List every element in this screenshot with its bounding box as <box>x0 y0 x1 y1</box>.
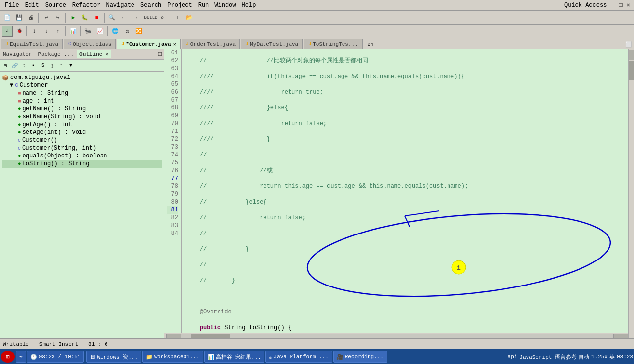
ant-btn[interactable]: 🐜 <box>83 26 94 37</box>
tab-objectclass[interactable]: C Object.class <box>64 39 116 49</box>
step-into-btn[interactable]: ↓ <box>41 26 52 37</box>
maximize-editor-btn[interactable]: ⬜ <box>623 40 634 49</box>
panel-tab-outline[interactable]: Outline ✕ <box>77 50 111 58</box>
menu-window[interactable]: Window <box>211 1 238 10</box>
menu-project[interactable]: Project <box>164 1 195 10</box>
taskbar-eclipse[interactable]: ☀ <box>16 351 26 363</box>
taskbar-java[interactable]: ☕ Java Platform ... <box>265 351 332 363</box>
tree-item-getname[interactable]: ● getName() : String <box>2 105 162 113</box>
scroll-vthumb[interactable] <box>629 61 634 80</box>
step-out-btn[interactable]: ↑ <box>53 26 63 37</box>
tree-item-getage[interactable]: ● getAge() : int <box>2 121 162 129</box>
menu-search[interactable]: Search <box>137 1 164 10</box>
tab-ordertest[interactable]: J OrderTest.java <box>182 39 240 49</box>
tab-customerjava[interactable]: J *Customer.java ✕ <box>117 39 180 49</box>
step-over-btn[interactable]: ⤵ <box>29 26 40 37</box>
collapse-all-btn[interactable]: ⊟ <box>1 61 10 70</box>
menu-source[interactable]: Source <box>42 1 69 10</box>
open-type-button[interactable]: T <box>172 12 183 23</box>
remote-btn[interactable]: 🌐 <box>110 26 121 37</box>
stop-button[interactable]: ■ <box>91 12 102 23</box>
tab-close-customerjava[interactable]: ✕ <box>173 41 176 47</box>
scroll-up-btn[interactable] <box>629 50 634 60</box>
quick-access-button[interactable]: Quick Access <box>561 1 609 10</box>
panel-minimize-btn[interactable]: ─ <box>154 51 158 58</box>
right-scrollbar[interactable] <box>628 49 634 338</box>
forward-button[interactable]: → <box>130 12 141 23</box>
hide-fields-btn[interactable]: ▪ <box>29 61 38 70</box>
taskbar-workspace[interactable]: 📁 workspace01... <box>142 351 203 363</box>
git-btn[interactable]: 🔀 <box>133 26 144 37</box>
window-close-icon[interactable]: ✕ <box>625 1 632 9</box>
package-icon: 📦 <box>2 75 9 81</box>
outline-menu-btn[interactable]: ▼ <box>66 61 75 70</box>
code-container[interactable]: 61 62 63 64 65 66 67 68 69 70 71 72 73 7… <box>164 49 628 333</box>
scroll-thumb[interactable] <box>191 334 230 338</box>
print-button[interactable]: 🖨 <box>26 12 36 23</box>
more-tabs-btn[interactable]: »1 <box>366 41 376 49</box>
debug-perspective-btn[interactable]: 🐞 <box>14 26 25 37</box>
tree-item-package[interactable]: 📦 com.atguigu.java1 <box>2 74 162 81</box>
menu-file[interactable]: File <box>2 1 22 10</box>
status-bar: Writable Smart Insert 81 : 6 <box>0 338 634 349</box>
clean-button[interactable]: ♻ <box>157 12 168 23</box>
build-button[interactable]: BUILD <box>145 12 156 23</box>
window-max-icon[interactable]: □ <box>617 2 625 9</box>
tree-item-setage[interactable]: ● setAge(int) : void <box>2 129 162 136</box>
tree-item-age-field[interactable]: ■ age : int <box>2 97 162 105</box>
panel-maximize-btn[interactable]: □ <box>158 51 162 58</box>
expand-icon[interactable]: ▼ <box>10 82 13 89</box>
method-label-equals: equals(Object) : boolean <box>23 153 107 159</box>
horizontal-scrollbar[interactable] <box>164 333 628 338</box>
java-perspective-btn[interactable]: J <box>2 26 13 37</box>
open-resource-button[interactable]: 📂 <box>184 12 195 23</box>
tree-item-tostring[interactable]: ● toString() : String <box>2 160 162 168</box>
tab-mydatetest[interactable]: J MyDateTest.java <box>241 39 303 49</box>
save-button[interactable]: 💾 <box>14 12 25 23</box>
taskbar-windows[interactable]: 🖥 Windows 资... <box>86 351 141 363</box>
tree-item-constructor1[interactable]: c Customer() <box>2 136 162 144</box>
sort-btn[interactable]: ↕ <box>20 61 28 70</box>
new-button[interactable]: 📄 <box>2 12 13 23</box>
menu-edit[interactable]: Edit <box>22 1 42 10</box>
menu-navigate[interactable]: Navigate <box>103 1 137 10</box>
profile-btn[interactable]: 📊 <box>68 26 79 37</box>
panel-tab-navigator[interactable]: Navigator <box>0 51 35 58</box>
redo-button[interactable]: ↪ <box>53 12 63 23</box>
hide-inherited-btn[interactable]: ↑ <box>57 61 66 70</box>
compare-btn[interactable]: ⚖ <box>122 26 132 37</box>
scroll-track[interactable] <box>181 334 613 338</box>
scroll-left-btn[interactable] <box>166 334 181 338</box>
undo-button[interactable]: ↩ <box>41 12 52 23</box>
method-label-getage: getAge() : int <box>23 121 72 128</box>
link-with-editor-btn[interactable]: 🔗 <box>10 61 19 70</box>
tab-icon-customerjava: J <box>121 41 124 47</box>
tree-item-equals[interactable]: ● equals(Object) : boolean <box>2 152 162 160</box>
coverage-btn[interactable]: 📈 <box>95 26 106 37</box>
panel-tab-package[interactable]: Package ... <box>35 51 77 58</box>
scroll-vtrack[interactable] <box>629 61 634 257</box>
tree-item-customer-class[interactable]: ▼ C Customer <box>2 81 162 89</box>
tree-item-setname[interactable]: ● setName(String) : void <box>2 113 162 121</box>
taskbar-presentation[interactable]: 📊 高桂谷_宋红果... <box>204 351 264 363</box>
tab-equalstest[interactable]: J EqualsTest.java <box>1 39 63 49</box>
taskbar: ⊞ ☀ 🕐 08:23 / 10:51 🖥 Windows 资... 📁 wor… <box>0 349 634 364</box>
scroll-right-btn[interactable] <box>613 334 628 338</box>
hide-nonpublic-btn[interactable]: ◎ <box>48 61 56 70</box>
hide-static-btn[interactable]: S <box>38 61 47 70</box>
taskbar-clock[interactable]: 🕐 08:23 / 10:51 <box>27 351 84 363</box>
back-button[interactable]: ← <box>118 12 129 23</box>
debug-button[interactable]: 🐛 <box>79 12 90 23</box>
search-button[interactable]: 🔍 <box>106 12 117 23</box>
window-min-icon[interactable]: ─ <box>609 2 617 9</box>
taskbar-recording[interactable]: 🎥 Recording... <box>333 351 387 363</box>
menu-refactor[interactable]: Refactor <box>69 1 104 10</box>
run-button[interactable]: ▶ <box>68 12 79 23</box>
code-editor[interactable]: 61 62 63 64 65 66 67 68 69 70 71 72 73 7… <box>164 49 628 338</box>
tab-tostringtest[interactable]: J ToStringTes... <box>304 39 362 49</box>
start-button[interactable]: ⊞ <box>1 351 15 363</box>
tree-item-name-field[interactable]: ■ name : String <box>2 89 162 97</box>
menu-help[interactable]: Help <box>239 1 259 10</box>
menu-run[interactable]: Run <box>195 1 212 10</box>
tree-item-constructor2[interactable]: c Customer(String, int) <box>2 144 162 152</box>
